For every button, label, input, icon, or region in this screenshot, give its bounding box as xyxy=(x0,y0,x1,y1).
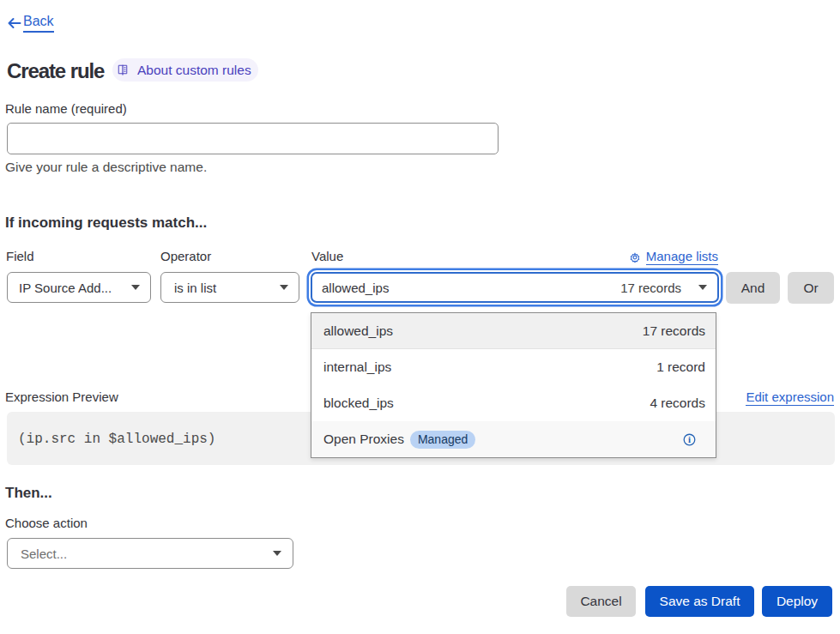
svg-text:i: i xyxy=(688,434,691,444)
